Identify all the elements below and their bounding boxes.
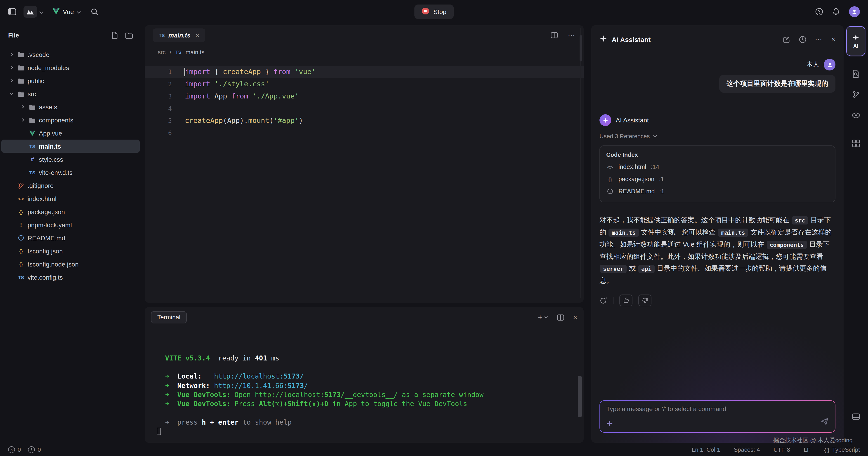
user-avatar[interactable] [849,6,860,17]
folder-icon [16,52,26,57]
file-name: vite.config.ts [28,273,63,281]
file-name: assets [39,103,57,110]
chat-input-box[interactable] [599,400,835,432]
grid-icon[interactable] [844,133,868,154]
file-tree-item-src[interactable]: src [1,87,140,100]
terminal-tab[interactable]: Terminal [151,311,187,323]
sidebar-toggle-icon[interactable] [8,8,16,15]
close-ai-panel-icon[interactable]: × [831,35,835,43]
text-token: 5173 [324,391,341,399]
file-tree-item-style.css[interactable]: #style.css [1,153,140,166]
tab-close-icon[interactable]: × [195,32,199,39]
text-token: ➜ [165,391,169,399]
text-token: createApp [185,117,223,125]
text-token [169,391,177,399]
breadcrumb-file[interactable]: main.ts [186,48,205,55]
file-tree-item-vite-env.d.ts[interactable]: TSvite-env.d.ts [1,166,140,179]
tab-main-ts[interactable]: TS main.ts × [153,28,205,42]
text-token [157,354,165,362]
chevron-right-icon[interactable] [7,65,16,70]
file-tree-item-node_modules[interactable]: node_modules [1,61,140,74]
code-line-1[interactable]: 1import { createApp } from 'vue' [145,66,584,78]
new-file-icon[interactable] [111,32,118,39]
file-tree-item-public[interactable]: public [1,74,140,87]
encoding[interactable]: UTF-8 [774,446,790,453]
code-line-5[interactable]: 5createApp(App).mount('#app') [145,115,584,127]
chevron-right-icon[interactable] [7,78,16,83]
file-tree-item-index.html[interactable]: <>index.html [1,192,140,205]
code-index-item-package.json[interactable]: {}package.json:1 [606,173,829,185]
breadcrumb-root[interactable]: src [158,48,166,55]
chevron-right-icon[interactable] [18,105,27,109]
new-terminal-button[interactable]: + [538,314,548,321]
text-token: 401 [255,354,267,362]
file-tree-item-tsconfig.node.json[interactable]: {}tsconfig.node.json [1,258,140,270]
thumbs-up-button[interactable] [619,295,632,306]
close-terminal-icon[interactable]: × [573,313,577,321]
regenerate-icon[interactable] [599,297,607,304]
project-switcher[interactable]: Vue [53,8,81,15]
reference-line-number: :1 [659,188,664,195]
status-bar-right: Ln 1, Col 1 Spaces: 4 UTF-8 LF { } TypeS… [692,446,860,453]
chevron-down-icon[interactable] [7,92,16,96]
file-tree-item-package.json[interactable]: {}package.json [1,205,140,218]
code-index-item-index.html[interactable]: <>index.html:14 [606,161,829,173]
file-tree-item-assets[interactable]: assets [1,100,140,113]
search-icon[interactable] [91,8,99,15]
file-tree-item-pnpm-lock.yaml[interactable]: !pnpm-lock.yaml [1,218,140,231]
thumbs-down-button[interactable] [638,295,651,306]
split-editor-icon[interactable] [551,32,558,38]
references-toggle[interactable]: Used 3 References [599,133,835,139]
text-token: http://10.1.41.66: [214,382,287,390]
file-tree-item-README.md[interactable]: README.md [1,231,140,245]
code-line-4[interactable]: 4 [145,102,584,115]
chevron-right-icon[interactable] [18,118,27,122]
send-message-icon[interactable] [820,417,829,427]
file-tree-item-App.vue[interactable]: App.vue [1,127,140,139]
language-mode[interactable]: { } TypeScript [824,446,860,453]
file-tree-item-components[interactable]: components [1,113,140,127]
code-line-6[interactable]: 6 [145,127,584,139]
rail-ai-assistant-button[interactable]: AI [846,26,865,56]
file-search-icon[interactable] [844,63,868,84]
code-area[interactable]: 1import { createApp } from 'vue'2import … [145,59,584,302]
bottom-panel-toggle-icon[interactable] [844,406,868,427]
new-folder-icon[interactable] [125,32,133,39]
indentation[interactable]: Spaces: 4 [734,446,760,453]
caret-position[interactable]: Ln 1, Col 1 [692,446,720,453]
help-icon[interactable] [815,8,823,16]
code-index-item-README.md[interactable]: README.md:1 [606,185,829,197]
text-token: Vue DevTools: [177,400,230,408]
chevron-right-icon[interactable] [7,53,16,57]
plus-icon: + [538,314,542,321]
more-options-icon[interactable]: ⋯ [815,35,823,43]
stop-button[interactable]: Stop [414,4,454,19]
workspace-switcher[interactable] [24,6,43,18]
chat-input[interactable] [606,405,773,412]
terminal-scrollbar-thumb[interactable] [578,376,582,417]
history-icon[interactable] [799,35,806,43]
new-chat-icon[interactable] [782,35,790,43]
notifications-bell-icon[interactable] [832,8,840,16]
editor-scrollbar-thumb[interactable] [579,35,582,61]
error-counter[interactable]: × 0 [8,446,21,453]
file-tree-item-.vscode[interactable]: .vscode [1,48,140,61]
split-terminal-icon[interactable] [557,314,564,321]
file-tree-item-tsconfig.json[interactable]: {}tsconfig.json [1,245,140,258]
terminal-output[interactable]: VITE v5.3.4 ready in 401 ms ➜ Local: htt… [145,328,584,443]
ts-file-icon: TS [176,49,182,55]
line-ending[interactable]: LF [804,446,811,453]
code-line-2[interactable]: 2import './style.css' [145,78,584,90]
file-tree-item-main.ts[interactable]: TSmain.ts [1,139,140,153]
more-options-icon[interactable]: ⋯ [568,31,576,39]
file-name: pnpm-lock.yaml [28,221,72,228]
stop-icon [422,7,429,16]
code-line-3[interactable]: 3import App from './App.vue' [145,90,584,102]
reference-line-number: :1 [659,176,664,183]
editor-scrollbar-track[interactable] [580,28,581,298]
file-tree-item-vite.config.ts[interactable]: TSvite.config.ts [1,270,140,284]
git-branch-icon[interactable] [844,84,868,105]
file-tree-item-.gitignore[interactable]: .gitignore [1,179,140,192]
warning-counter[interactable]: ! 0 [28,446,41,453]
eye-icon[interactable] [844,105,868,126]
